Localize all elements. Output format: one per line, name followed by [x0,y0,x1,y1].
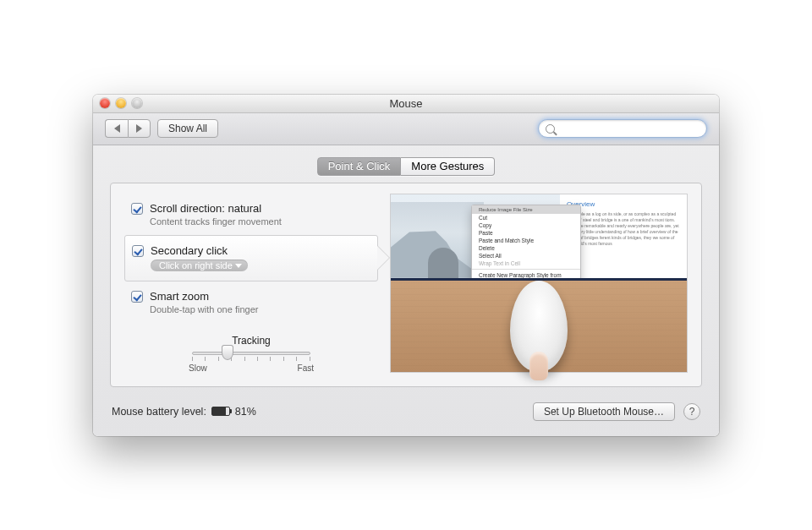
nav-segmented [105,119,151,138]
option-secondary-click[interactable]: Secondary click Click on right side [124,235,378,281]
menu-item: Copy [472,221,580,229]
search-input[interactable] [538,119,707,138]
gesture-preview: Overview As simple as a log on its side,… [390,194,688,373]
menu-item-disabled: Wrap Text in Cell [472,260,580,267]
show-all-button[interactable]: Show All [157,119,218,138]
content-panel: Scroll direction: natural Content tracks… [110,183,702,387]
toolbar: Show All [93,113,719,145]
titlebar[interactable]: Mouse [93,95,719,113]
close-icon[interactable] [100,98,110,108]
tracking-section: Tracking Slow Fast [124,335,378,373]
option-smart-zoom[interactable]: Smart zoom Double-tap with one finger [124,281,378,323]
menu-item: Select All [472,252,580,260]
chevron-left-icon [114,124,120,133]
secondary-click-dropdown[interactable]: Click on right side [151,260,248,271]
menu-item: Paste and Match Style [472,237,580,244]
option-title: Smart zoom [150,290,258,303]
preview-screen: Overview As simple as a log on its side,… [391,194,687,281]
context-menu: Reduce Image File Size Cut Copy Paste Pa… [471,205,581,281]
footer: Mouse battery level: 81% Set Up Bluetoot… [93,397,719,436]
option-title: Secondary click [151,244,248,257]
battery-percent: 81% [235,406,256,418]
back-button[interactable] [105,119,128,138]
tracking-label: Tracking [124,335,378,347]
menu-item: Create New Paragraph Style from Selectio… [472,271,580,281]
tabs: Point & Click More Gestures [93,145,719,183]
option-subtitle: Double-tap with one finger [150,304,258,314]
window-title: Mouse [389,97,422,110]
finger-icon [529,352,548,380]
traffic-lights [100,98,142,108]
tracking-slider[interactable] [192,352,310,362]
help-button[interactable]: ? [683,403,700,420]
checkbox-secondary[interactable] [132,245,144,257]
option-scroll-direction[interactable]: Scroll direction: natural Content tracks… [124,194,378,235]
option-subtitle: Content tracks finger movement [150,216,282,227]
search-icon [546,124,555,134]
menu-item: Delete [472,244,580,252]
battery-status: Mouse battery level: 81% [112,406,256,418]
slider-thumb[interactable] [222,345,233,360]
chevron-right-icon [136,124,142,133]
menu-item: Cut [472,214,580,221]
options-list: Scroll direction: natural Content tracks… [124,194,378,373]
slider-min-label: Slow [189,363,207,373]
checkbox-scroll[interactable] [131,203,143,215]
forward-button[interactable] [128,119,151,138]
preview-desk [391,281,687,372]
tab-more-gestures[interactable]: More Gestures [401,157,495,176]
checkbox-smartzoom[interactable] [131,291,143,303]
minimize-icon[interactable] [116,98,126,108]
preferences-window: Mouse Show All Point & Click More Gestur… [93,95,719,436]
zoom-icon[interactable] [132,98,142,108]
tab-point-click[interactable]: Point & Click [317,157,402,176]
slider-max-label: Fast [298,363,314,373]
battery-icon [211,407,230,416]
setup-bluetooth-button[interactable]: Set Up Bluetooth Mouse… [533,402,675,421]
option-title: Scroll direction: natural [150,202,282,215]
menu-item: Paste [472,229,580,237]
